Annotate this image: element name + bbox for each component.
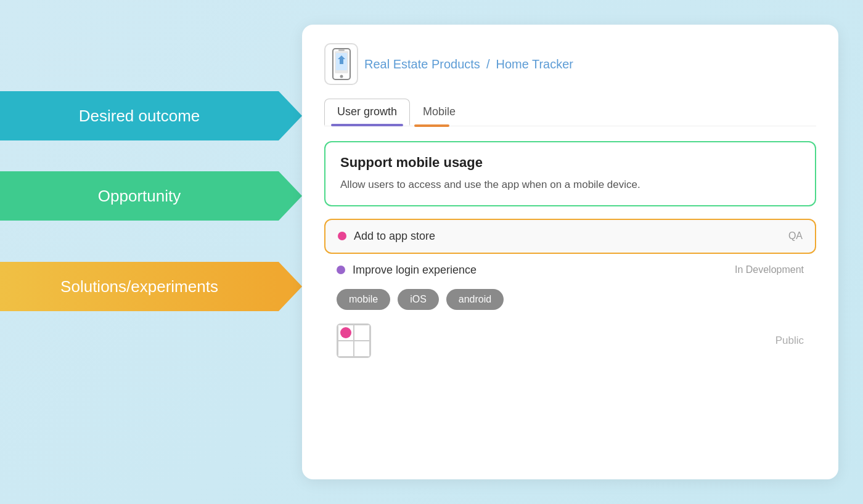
desired-outcome-label: Desired outcome <box>0 91 302 140</box>
phone-svg-icon <box>332 48 351 80</box>
main-card: Real Estate Products / Home Tracker User… <box>302 25 838 479</box>
solutions-text: Solutions/experiments <box>0 277 279 296</box>
opportunity-label: Opportunity <box>0 171 302 221</box>
solution-name-app-store: Add to app store <box>354 230 435 243</box>
tab-user-growth[interactable]: User growth <box>324 99 410 126</box>
tag-ios[interactable]: iOS <box>398 289 439 310</box>
solution-name-login: Improve login experience <box>353 264 476 277</box>
opportunity-description: Allow users to access and use the app wh… <box>340 177 800 193</box>
svg-rect-3 <box>338 50 345 51</box>
tab-underline-mobile <box>414 124 449 127</box>
grid-visibility-row: Public <box>324 323 816 358</box>
breadcrumb: Real Estate Products / Home Tracker <box>324 43 816 85</box>
opportunity-title: Support mobile usage <box>340 155 800 171</box>
svg-rect-6 <box>340 59 343 64</box>
solution-row-login: Improve login experience In Development <box>324 264 816 277</box>
visibility-label: Public <box>775 335 804 347</box>
grid-cell-bottom-right <box>354 341 370 357</box>
desired-outcome-text: Desired outcome <box>0 107 279 126</box>
solution-status-login: In Development <box>735 264 804 275</box>
solution-status-app-store: QA <box>788 230 803 242</box>
breadcrumb-product-line[interactable]: Real Estate Products <box>364 57 480 71</box>
opportunity-arrowhead <box>279 171 302 221</box>
breadcrumb-product-name[interactable]: Home Tracker <box>496 57 573 71</box>
tab-mobile[interactable]: Mobile <box>410 99 468 126</box>
solution-dot-app-store <box>338 232 346 240</box>
grid-cell-bottom-left <box>338 341 354 357</box>
grid-icon[interactable] <box>337 323 371 358</box>
breadcrumb-separator: / <box>486 57 490 71</box>
tag-android[interactable]: android <box>446 289 504 310</box>
solution-dot-login <box>337 266 345 274</box>
solutions-label: Solutions/experiments <box>0 262 302 311</box>
solutions-arrowhead <box>279 262 302 311</box>
solutions-highlighted-card: Add to app store QA <box>324 219 816 254</box>
grid-cell-top-left <box>338 325 354 341</box>
tags-row: mobile iOS android <box>324 289 816 310</box>
grid-cell-top-right <box>354 325 370 341</box>
tabs-container: User growth Mobile <box>324 99 816 126</box>
desired-outcome-arrowhead <box>279 91 302 140</box>
svg-point-2 <box>340 75 343 78</box>
grid-dot <box>340 327 351 338</box>
opportunity-card: Support mobile usage Allow users to acce… <box>324 141 816 206</box>
product-icon <box>324 43 358 85</box>
tag-mobile[interactable]: mobile <box>337 289 390 310</box>
tab-underline-user-growth <box>331 124 403 126</box>
opportunity-text: Opportunity <box>0 187 279 206</box>
solution-row-app-store: Add to app store QA <box>338 230 803 243</box>
